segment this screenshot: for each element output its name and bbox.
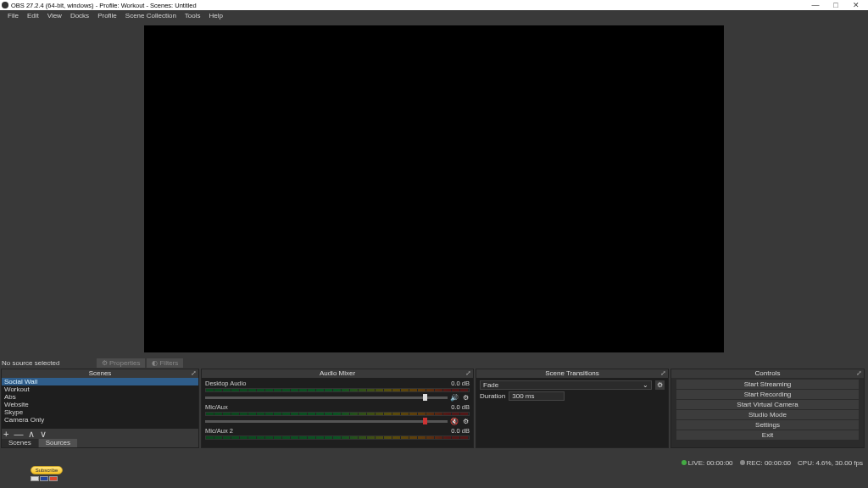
filters-button[interactable]: ◐ Filters: [147, 358, 183, 368]
transitions-dock: Scene Transitions ⤢ Fade ⌄ ⚙ Duration 30…: [476, 369, 669, 448]
menu-scene-collection[interactable]: Scene Collection: [121, 12, 181, 19]
audio-meter: [205, 388, 470, 392]
audio-meter: [205, 435, 470, 440]
muted-speaker-icon[interactable]: 🔇: [450, 417, 459, 425]
gear-icon[interactable]: ⚙: [461, 393, 470, 402]
popout-icon[interactable]: ⤢: [465, 369, 471, 378]
menu-edit[interactable]: Edit: [23, 12, 43, 19]
volume-slider[interactable]: [205, 396, 448, 399]
filter-icon: ◐: [152, 359, 158, 367]
scene-item-website[interactable]: Website: [2, 401, 198, 408]
menu-profile[interactable]: Profile: [93, 12, 121, 19]
mixer-body: Desktop Audio0.0 dB 🔊 ⚙ Mic/Aux0.0 dB 🔇 …: [202, 378, 473, 447]
scene-toolbar: + — ∧ ∨: [2, 429, 198, 439]
menu-tools[interactable]: Tools: [181, 12, 205, 19]
track-db: 0.0 dB: [451, 427, 470, 435]
mixer-title-label: Audio Mixer: [320, 369, 355, 377]
audio-mixer-dock: Audio Mixer ⤢ Desktop Audio0.0 dB 🔊 ⚙ Mi…: [201, 369, 474, 448]
track-name: Desktop Audio: [205, 380, 246, 387]
scenes-title: Scenes ⤢: [2, 369, 198, 378]
scenes-title-label: Scenes: [89, 369, 112, 377]
settings-button[interactable]: Settings: [676, 420, 859, 430]
chevron-down-icon: ⌄: [643, 381, 648, 389]
scene-item-skype[interactable]: Skype: [2, 408, 198, 416]
live-status: LIVE: 00:00:00: [682, 459, 733, 467]
minimize-button[interactable]: —: [805, 1, 826, 9]
track-name: Mic/Aux: [205, 403, 228, 411]
add-scene-icon[interactable]: +: [3, 429, 8, 439]
scenes-dock: Scenes ⤢ Social Wall Workout Abs Website…: [1, 369, 199, 448]
no-source-label: No source selected: [2, 359, 97, 367]
scene-item-social-wall[interactable]: Social Wall: [2, 378, 198, 385]
rec-status: REC: 00:00:00: [740, 459, 791, 467]
maximize-button[interactable]: □: [826, 1, 846, 9]
popout-icon[interactable]: ⤢: [191, 369, 197, 378]
source-info-bar: No source selected ⚙ Properties ◐ Filter…: [0, 358, 868, 369]
popout-icon[interactable]: ⤢: [660, 369, 666, 378]
subscribe-overlay: Subscribe: [31, 466, 63, 481]
controls-dock: Controls ⤢ Start Streaming Start Recordi…: [670, 369, 865, 448]
transitions-title-label: Scene Transitions: [545, 369, 599, 377]
tab-scenes[interactable]: Scenes: [2, 439, 38, 447]
controls-title: Controls ⤢: [671, 369, 864, 378]
track-db: 0.0 dB: [451, 380, 470, 387]
preview-canvas[interactable]: [144, 25, 724, 352]
app-icon: [2, 2, 8, 8]
track-mic-aux-2: Mic/Aux 20.0 dB: [205, 427, 470, 440]
transition-settings-button[interactable]: ⚙: [655, 380, 665, 390]
cpu-status: CPU: 4.6%, 30.00 fps: [798, 459, 863, 467]
remove-scene-icon[interactable]: —: [14, 429, 23, 439]
card-icon: [40, 476, 48, 481]
start-recording-button[interactable]: Start Recording: [676, 390, 859, 399]
track-mic-aux: Mic/Aux0.0 dB 🔇 ⚙: [205, 403, 470, 425]
subscribe-button[interactable]: Subscribe: [31, 466, 63, 474]
track-desktop-audio: Desktop Audio0.0 dB 🔊 ⚙: [205, 380, 470, 402]
window-title-bar: OBS 27.2.4 (64-bit, windows) - Profile: …: [0, 0, 868, 10]
properties-label: Properties: [109, 359, 140, 367]
close-button[interactable]: ✕: [846, 1, 866, 9]
start-virtual-camera-button[interactable]: Start Virtual Camera: [676, 400, 859, 409]
card-icon: [49, 476, 58, 481]
rec-dot-icon: [740, 460, 745, 465]
duration-input[interactable]: 300 ms: [509, 391, 565, 401]
duration-label: Duration: [480, 392, 505, 400]
speaker-icon[interactable]: 🔊: [450, 393, 459, 402]
menu-docks[interactable]: Docks: [66, 12, 93, 19]
gear-icon: ⚙: [102, 359, 108, 367]
properties-button[interactable]: ⚙ Properties: [97, 358, 145, 368]
menu-bar: File Edit View Docks Profile Scene Colle…: [0, 10, 868, 20]
gear-icon[interactable]: ⚙: [461, 417, 470, 425]
volume-slider[interactable]: [205, 420, 448, 423]
preview-area: [0, 20, 868, 358]
window-title: OBS 27.2.4 (64-bit, windows) - Profile: …: [11, 2, 197, 9]
controls-title-label: Controls: [755, 369, 781, 377]
transitions-title: Scene Transitions ⤢: [476, 369, 668, 378]
popout-icon[interactable]: ⤢: [856, 369, 862, 378]
exit-button[interactable]: Exit: [676, 430, 859, 440]
live-dot-icon: [682, 460, 687, 465]
menu-file[interactable]: File: [3, 12, 23, 19]
menu-view[interactable]: View: [43, 12, 66, 19]
scene-item-camera-only[interactable]: Camera Only: [2, 416, 198, 424]
transition-value: Fade: [483, 381, 498, 389]
scene-list[interactable]: Social Wall Workout Abs Website Skype Ca…: [2, 378, 198, 429]
dock-tabs: Scenes Sources: [2, 439, 198, 447]
scene-item-workout[interactable]: Workout: [2, 385, 198, 393]
track-db: 0.0 dB: [451, 403, 470, 411]
status-bar: LIVE: 00:00:00 REC: 00:00:00 CPU: 4.6%, …: [682, 458, 863, 468]
track-name: Mic/Aux 2: [205, 427, 233, 435]
move-up-icon[interactable]: ∧: [28, 429, 35, 440]
tab-sources[interactable]: Sources: [39, 439, 77, 447]
scene-item-abs[interactable]: Abs: [2, 393, 198, 401]
transition-select[interactable]: Fade ⌄: [480, 380, 652, 390]
move-down-icon[interactable]: ∨: [40, 429, 47, 440]
menu-help[interactable]: Help: [205, 12, 227, 19]
audio-meter: [205, 412, 470, 416]
start-streaming-button[interactable]: Start Streaming: [676, 380, 859, 389]
mixer-title: Audio Mixer ⤢: [202, 369, 473, 378]
studio-mode-button[interactable]: Studio Mode: [676, 410, 859, 419]
filters-label: Filters: [159, 359, 178, 367]
payment-cards: [31, 476, 63, 481]
card-icon: [31, 476, 39, 481]
